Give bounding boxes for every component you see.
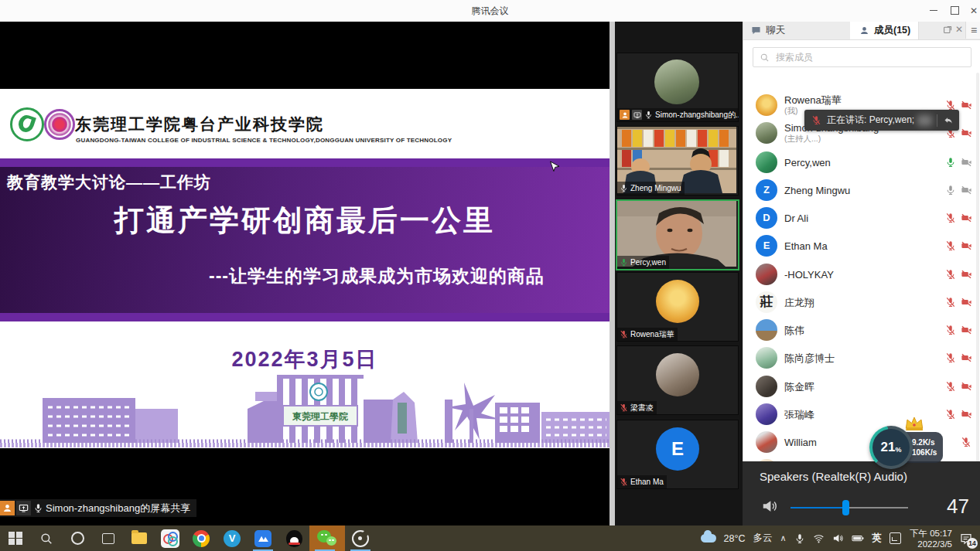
member-row[interactable]: -HOLYKAY (743, 260, 975, 288)
qq-button[interactable] (278, 525, 309, 551)
recorder-app-button[interactable] (345, 525, 376, 551)
input-language[interactable]: 英 (872, 532, 883, 545)
mic-muted-icon[interactable] (945, 381, 956, 392)
camera-off-icon[interactable] (961, 185, 972, 196)
panel-menu-icon[interactable]: ≡ (965, 22, 980, 39)
mic-muted-icon[interactable] (945, 100, 956, 111)
mic-muted-icon[interactable] (945, 213, 956, 223)
college-name-en: GUANGDONG-TAIWAN COLLEGE OF INDUSTRIAL S… (76, 137, 452, 144)
upload-speed: 9.2K/s (912, 437, 934, 447)
recorder-icon (352, 530, 369, 547)
mic-muted-icon[interactable] (945, 352, 956, 363)
members-panel: 聊天 成员(15) ✕ ≡ Rowena瑞華(我) Simon-zhangshi… (743, 22, 980, 525)
mic-muted-icon[interactable] (945, 297, 956, 308)
member-row[interactable]: 陈尚彦博士 (743, 344, 975, 372)
cortana-button[interactable] (62, 525, 93, 551)
chrome-icon (193, 530, 210, 547)
docs-app-button[interactable] (248, 525, 278, 551)
camera-off-icon[interactable] (961, 240, 972, 251)
restore-button[interactable] (944, 0, 965, 21)
member-row[interactable]: E Ethan Ma (743, 232, 975, 260)
v-app-button[interactable]: V (217, 525, 248, 551)
video-thumbnail-ethan[interactable]: E Ethan Ma (616, 420, 739, 489)
mic-icon[interactable] (945, 185, 956, 196)
slide-subtitle: ---让学生的学习成果成为市场欢迎的商品 (209, 264, 545, 288)
camera-off-icon[interactable] (961, 269, 972, 280)
avatar-initial: D (756, 207, 777, 229)
battery-icon[interactable] (852, 532, 865, 544)
tray-mic-icon[interactable] (794, 533, 805, 544)
download-speed: 106K/s (912, 447, 937, 457)
censored-names (917, 115, 932, 126)
member-row[interactable]: 陈伟 (743, 316, 975, 344)
video-thumbnail-rowena[interactable]: Rowena瑞華 (616, 272, 739, 342)
taskbar-clock[interactable]: 下午 05:17 2022/3/5 (910, 528, 952, 549)
camera-off-icon[interactable] (961, 297, 972, 308)
reply-arrow-icon[interactable] (943, 115, 954, 126)
video-thumbnail-simon[interactable]: Simon-zhangshibang的... (616, 53, 739, 122)
mic-icon (620, 184, 628, 192)
hidden-icons-chevron[interactable]: ∧ (780, 533, 786, 543)
notification-center-button[interactable]: 14 (960, 532, 972, 545)
wechat-button-active[interactable] (309, 525, 345, 551)
purple-bar-bottom (0, 313, 610, 321)
rings-app-button[interactable] (155, 525, 186, 551)
mic-muted-icon[interactable] (961, 437, 971, 447)
camera-off-icon[interactable] (961, 128, 972, 138)
camera-off-icon[interactable] (961, 325, 972, 335)
member-row[interactable]: 張瑞峰 (743, 400, 975, 428)
speaking-toast-text: 正在讲话: Percy,wen; (827, 114, 914, 127)
video-thumbnail-zheng[interactable]: Zheng Mingwu (616, 126, 739, 196)
file-explorer-button[interactable] (124, 525, 155, 551)
speaker-icon[interactable] (761, 498, 778, 515)
camera-off-icon[interactable] (961, 213, 972, 223)
avatar (756, 431, 777, 453)
mic-muted-icon[interactable] (945, 325, 956, 335)
camera-off-icon[interactable] (961, 100, 972, 111)
action-square-icon[interactable] (890, 532, 901, 544)
camera-off-icon[interactable] (961, 381, 972, 392)
popout-panel-icon[interactable] (943, 25, 953, 35)
mic-muted-icon[interactable] (945, 269, 956, 280)
video-thumbnail-column: Simon-zhangshibang的... (615, 22, 743, 525)
member-row[interactable]: 陈金晖 (743, 372, 975, 400)
screen-share-icon (632, 110, 642, 120)
video-thumbnail-liang[interactable]: 梁書凌 (616, 345, 739, 415)
camera-off-icon[interactable] (961, 352, 972, 363)
member-list-scrollbar[interactable] (976, 73, 979, 478)
volume-slider-handle[interactable] (842, 500, 849, 515)
taskbar-search-button[interactable] (31, 525, 62, 551)
camera-off-icon[interactable] (961, 409, 972, 420)
member-row[interactable]: Z Zheng Mingwu (743, 176, 975, 204)
mic-speaking-icon[interactable] (945, 157, 956, 168)
weather-temp[interactable]: 28°C (724, 533, 746, 544)
member-row[interactable]: Percy,wen (743, 148, 975, 176)
slide-title: 打通产学研创商最后一公里 (0, 201, 610, 240)
restore-icon (951, 6, 959, 15)
panel-close-icon[interactable]: ✕ (955, 24, 963, 35)
wifi-icon[interactable] (813, 532, 825, 544)
member-row[interactable]: 莊 庄龙翔 (743, 288, 975, 316)
pane-divider[interactable] (610, 22, 615, 525)
mic-muted-icon[interactable] (945, 409, 956, 420)
close-button[interactable]: ✕ (964, 0, 980, 21)
tray-speaker-icon[interactable] (832, 532, 844, 544)
minimize-button[interactable] (924, 0, 944, 21)
member-search[interactable] (753, 47, 971, 67)
mic-muted-icon[interactable] (945, 240, 956, 251)
weather-desc[interactable]: 多云 (753, 532, 772, 545)
memory-usage-widget[interactable]: 21% (869, 426, 913, 469)
weather-cloud-icon[interactable] (701, 534, 716, 542)
chrome-button[interactable] (186, 525, 217, 551)
avatar (756, 94, 777, 116)
qq-penguin-icon (286, 530, 302, 547)
mic-muted-icon (811, 115, 821, 125)
tab-chat[interactable]: 聊天 (743, 22, 859, 39)
search-input[interactable] (774, 51, 965, 63)
member-row[interactable]: D Dr Ali (743, 204, 975, 232)
camera-off-icon[interactable] (961, 157, 972, 168)
task-view-button[interactable] (93, 525, 124, 551)
start-button[interactable] (0, 525, 31, 551)
video-thumbnail-percy-speaking[interactable]: Percy,wen (616, 199, 739, 270)
tab-members[interactable]: 成员(15) (850, 22, 919, 39)
